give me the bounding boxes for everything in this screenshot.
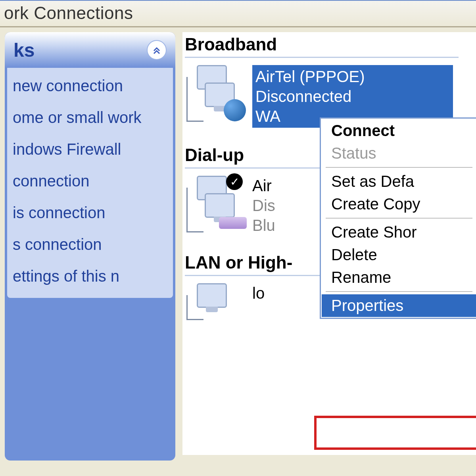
context-menu: Connect Status Set as Defa Create Copy C… [320, 117, 476, 319]
tasks-panel-body: new connection ome or small work indows … [7, 68, 173, 298]
connection-status: Disconnected [255, 86, 450, 106]
connection-device: Blu [252, 215, 275, 235]
menu-properties[interactable]: Properties [322, 294, 476, 317]
collapse-icon[interactable] [147, 40, 167, 60]
default-check-icon: ✓ [226, 173, 243, 190]
task-connection-2[interactable]: is connection [13, 203, 169, 223]
connection-name: Air [252, 176, 275, 196]
tasks-sidebar: ks new connection ome or small work indo… [5, 32, 175, 461]
task-windows-firewall[interactable]: indows Firewall [13, 139, 169, 159]
menu-connect[interactable]: Connect [322, 119, 476, 142]
task-connection-1[interactable]: connection [13, 171, 169, 191]
connection-status: Dis [252, 196, 275, 215]
menu-separator [326, 218, 472, 219]
menu-rename[interactable]: Rename [322, 266, 476, 289]
window-title: ork Connections [0, 1, 476, 27]
menu-status: Status [322, 142, 476, 165]
menu-set-default[interactable]: Set as Defa [322, 170, 476, 193]
task-new-connection[interactable]: new connection [13, 76, 169, 96]
network-connections-window: ork Connections ks new connection ome or… [0, 0, 476, 476]
menu-create-shortcut[interactable]: Create Shor [322, 221, 476, 244]
connection-name: lo [252, 283, 265, 303]
connection-label: Air Dis Blu [252, 176, 275, 235]
group-header-broadband: Broadband [185, 35, 476, 54]
menu-delete[interactable]: Delete [322, 244, 476, 266]
broadband-connection-icon [185, 65, 248, 125]
connection-label: lo [252, 283, 265, 303]
dialup-connection-icon: ✓ [185, 176, 248, 235]
group-rule [185, 57, 459, 58]
menu-separator [326, 167, 472, 168]
task-settings[interactable]: ettings of this n [13, 266, 169, 286]
tasks-panel-title: ks [13, 39, 35, 61]
lan-connection-icon [185, 283, 248, 343]
menu-create-copy[interactable]: Create Copy [322, 193, 476, 215]
task-home-small-network[interactable]: ome or small work [13, 107, 169, 127]
menu-separator [326, 291, 472, 292]
task-connection-3[interactable]: s connection [13, 234, 169, 254]
connection-name: AirTel (PPPOE) [255, 67, 450, 86]
tasks-panel-header[interactable]: ks [5, 32, 175, 68]
